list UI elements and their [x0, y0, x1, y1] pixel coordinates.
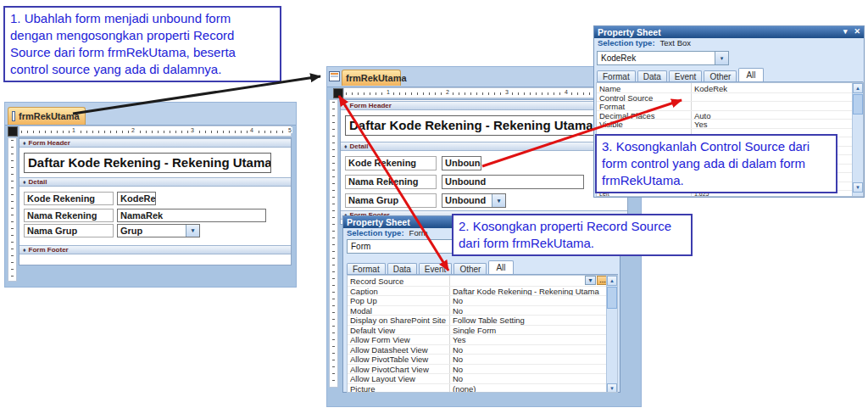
section-bar-detail[interactable]: ♦ Detail [19, 177, 291, 187]
ruler-number: 3 [504, 89, 509, 95]
field-label[interactable]: Nama Grup [24, 224, 114, 237]
ruler-number: 4 [249, 127, 254, 133]
field-label[interactable]: Nama Grup [345, 193, 437, 208]
scroll-up-button[interactable]: ▲ [607, 276, 617, 286]
field-combobox[interactable]: Unbound ▾ [442, 193, 506, 208]
object-selector-combo[interactable]: KodeRek ▾ [597, 51, 729, 65]
combo-dropdown-button[interactable]: ▾ [492, 194, 505, 207]
ruler-number: 2 [131, 127, 136, 133]
form-selector-button[interactable] [8, 126, 18, 137]
tab-label: frmRekUtama [346, 73, 407, 83]
form-design-surface[interactable]: ♦ Form Header Daftar Kode Rekening - Rek… [19, 137, 292, 265]
tab-event[interactable]: Event [669, 70, 703, 81]
tab-other[interactable]: Other [453, 263, 487, 274]
horizontal-ruler[interactable]: 1 2 3 4 [343, 87, 626, 98]
scrollbar-vertical[interactable]: ▲ ▼ [606, 276, 617, 393]
tab-all[interactable]: All [738, 68, 763, 81]
field-label[interactable]: Kode Rekening [345, 156, 437, 170]
section-marker-icon: ♦ [23, 140, 26, 146]
section-marker-icon: ♦ [23, 179, 26, 185]
property-row[interactable]: Picture(none) [348, 383, 617, 394]
tab-event[interactable]: Event [419, 263, 453, 274]
horizontal-ruler[interactable]: 1 2 3 4 5 [19, 126, 292, 137]
section-bar-form-footer[interactable]: ♦ Form Footer [19, 245, 291, 254]
form-icon [329, 71, 340, 81]
annotation-note-3: 3. Kosongkanlah Control Source dari form… [595, 134, 837, 193]
ruler-number: 2 [445, 89, 450, 95]
ruler-number: 1 [71, 127, 76, 133]
section-marker-icon: ♦ [23, 247, 26, 253]
ruler-number: 5 [287, 127, 292, 133]
tab-data[interactable]: Data [637, 70, 667, 81]
combo-dropdown-button[interactable]: ▾ [585, 276, 596, 285]
field-textbox[interactable]: KodeRek [117, 192, 156, 205]
ruler-number: 4 [564, 89, 569, 95]
tab-other[interactable]: Other [704, 70, 737, 81]
scroll-down-button[interactable]: ▼ [853, 182, 863, 193]
sheet-menu-icon[interactable]: ▾ [843, 27, 848, 36]
section-marker-icon: ♦ [344, 103, 348, 109]
form-icon [12, 111, 15, 121]
field-textbox[interactable]: Unbound [442, 175, 584, 189]
screenshot-canvas: frmRekUtama 1 2 3 4 5 ♦ Form Header Daft… [0, 0, 868, 419]
section-bar-form-header[interactable]: ♦ Form Header [341, 101, 627, 110]
property-grid: Record Source ▾ … CaptionDaftar Kode Rek… [347, 275, 618, 393]
vertical-ruler[interactable] [329, 99, 338, 388]
scrollbar-vertical[interactable]: ▲ ▼ [852, 83, 863, 197]
field-label[interactable]: Kode Rekening [24, 192, 114, 205]
form-title-textbox[interactable]: Daftar Kode Rekening - Rekening Utama [345, 115, 625, 136]
tab-label: frmRekUtama [19, 111, 80, 121]
vertical-ruler[interactable] [8, 137, 17, 282]
scroll-down-button[interactable]: ▼ [607, 383, 617, 393]
field-label[interactable]: Nama Rekening [345, 175, 437, 189]
field-textbox[interactable]: NamaRek [117, 209, 266, 222]
tab-data[interactable]: Data [387, 263, 417, 274]
section-marker-icon: ♦ [344, 143, 348, 149]
ruler-number: 3 [190, 127, 195, 133]
form-selector-button[interactable] [333, 88, 343, 98]
combo-dropdown-button[interactable]: ▾ [715, 52, 728, 64]
field-textbox[interactable]: Unbound [442, 156, 481, 170]
section-bar-detail[interactable]: ♦ Detail [341, 142, 627, 151]
combo-dropdown-button[interactable]: ▾ [186, 225, 199, 237]
property-tabs: Format Data Event Other All [347, 260, 618, 275]
annotation-note-2: 2. Kosongkan properti Record Source dari… [452, 214, 693, 256]
field-label[interactable]: Nama Rekening [24, 209, 114, 222]
annotation-note-1: 1. Ubahlah form menjadi unbound form den… [3, 6, 281, 82]
selection-type-row: Selection type:Text Box [594, 38, 864, 49]
property-sheet-title[interactable]: Property Sheet ▾ ✕ [594, 26, 864, 38]
tab-frmrekutama[interactable]: frmRekUtama [8, 107, 86, 125]
ruler-number: 1 [386, 89, 391, 95]
tab-all[interactable]: All [488, 260, 513, 274]
section-bar-form-header[interactable]: ♦ Form Header [19, 138, 291, 148]
tab-frmrekutama[interactable]: frmRekUtama [342, 70, 401, 86]
tab-format[interactable]: Format [597, 70, 636, 81]
form-title-textbox[interactable]: Daftar Kode Rekening - Rekening Utama [24, 153, 271, 173]
scroll-thumb[interactable] [853, 94, 863, 115]
scroll-up-button[interactable]: ▲ [853, 83, 863, 93]
field-combobox[interactable]: Grup ▾ [117, 224, 200, 237]
close-icon[interactable]: ✕ [854, 27, 860, 36]
tab-format[interactable]: Format [347, 263, 386, 274]
design-window-left: frmRekUtama 1 2 3 4 5 ♦ Form Header Daft… [4, 102, 297, 288]
tab-bar: frmRekUtama [5, 103, 296, 126]
property-tabs: Format Data Event Other All [597, 68, 863, 82]
scroll-thumb[interactable] [607, 287, 617, 309]
form-design-surface[interactable]: ♦ Form Header Daftar Kode Rekening - Rek… [340, 99, 628, 225]
